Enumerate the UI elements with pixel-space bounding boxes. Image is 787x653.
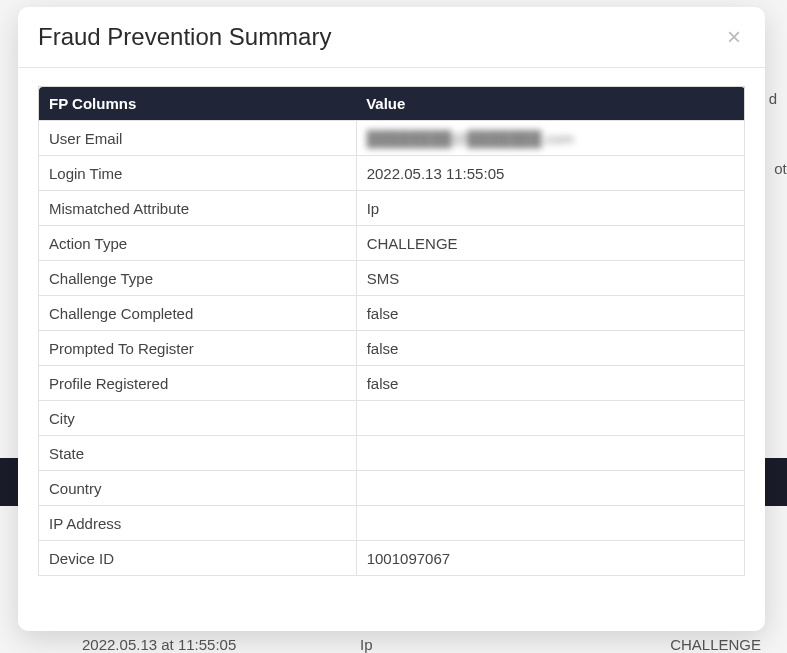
- background-text-challenge: CHALLENGE: [670, 636, 761, 653]
- table-cell-value: false: [356, 296, 744, 331]
- table-cell-value: SMS: [356, 261, 744, 296]
- table-row: Mismatched AttributeIp: [39, 191, 745, 226]
- table-cell-value: [356, 471, 744, 506]
- table-row: State: [39, 436, 745, 471]
- table-cell-value: Ip: [356, 191, 744, 226]
- fraud-summary-table: FP Columns Value User Email████████@████…: [38, 86, 745, 576]
- modal-title: Fraud Prevention Summary: [38, 23, 331, 51]
- table-row: Device ID1001097067: [39, 541, 745, 576]
- table-row: Challenge TypeSMS: [39, 261, 745, 296]
- table-cell-label: City: [39, 401, 357, 436]
- fraud-prevention-modal: Fraud Prevention Summary × FP Columns Va…: [18, 7, 765, 631]
- table-cell-label: IP Address: [39, 506, 357, 541]
- table-cell-value: CHALLENGE: [356, 226, 744, 261]
- modal-header: Fraud Prevention Summary ×: [18, 7, 765, 68]
- table-cell-value: 1001097067: [356, 541, 744, 576]
- table-cell-label: Challenge Completed: [39, 296, 357, 331]
- table-row: User Email████████@███████.com: [39, 121, 745, 156]
- table-cell-label: Mismatched Attribute: [39, 191, 357, 226]
- table-header-value: Value: [356, 87, 744, 121]
- table-row: Login Time2022.05.13 11:55:05: [39, 156, 745, 191]
- table-header-row: FP Columns Value: [39, 87, 745, 121]
- close-icon: ×: [727, 23, 741, 50]
- table-header-fp-columns: FP Columns: [39, 87, 357, 121]
- table-cell-value: 2022.05.13 11:55:05: [356, 156, 744, 191]
- table-cell-label: Profile Registered: [39, 366, 357, 401]
- table-row: Profile Registeredfalse: [39, 366, 745, 401]
- table-cell-value: false: [356, 366, 744, 401]
- table-cell-value: [356, 401, 744, 436]
- background-text-time: 2022.05.13 at 11:55:05: [82, 636, 236, 653]
- table-cell-label: Prompted To Register: [39, 331, 357, 366]
- table-cell-label: User Email: [39, 121, 357, 156]
- table-row: Country: [39, 471, 745, 506]
- table-row: IP Address: [39, 506, 745, 541]
- table-cell-label: Country: [39, 471, 357, 506]
- table-row: Prompted To Registerfalse: [39, 331, 745, 366]
- table-cell-value: [356, 506, 744, 541]
- background-text-fragment: d: [769, 90, 777, 107]
- background-text-fragment: ote: [774, 160, 787, 177]
- table-cell-label: Login Time: [39, 156, 357, 191]
- table-cell-label: State: [39, 436, 357, 471]
- table-cell-value: [356, 436, 744, 471]
- table-cell-label: Action Type: [39, 226, 357, 261]
- table-cell-label: Challenge Type: [39, 261, 357, 296]
- table-row: Action TypeCHALLENGE: [39, 226, 745, 261]
- table-cell-value: false: [356, 331, 744, 366]
- table-row: Challenge Completedfalse: [39, 296, 745, 331]
- background-text-ip: Ip: [360, 636, 373, 653]
- redacted-value: ████████@███████.com: [367, 130, 574, 147]
- close-button[interactable]: ×: [723, 25, 745, 49]
- table-cell-value: ████████@███████.com: [356, 121, 744, 156]
- modal-body: FP Columns Value User Email████████@████…: [18, 68, 765, 631]
- table-cell-label: Device ID: [39, 541, 357, 576]
- table-row: City: [39, 401, 745, 436]
